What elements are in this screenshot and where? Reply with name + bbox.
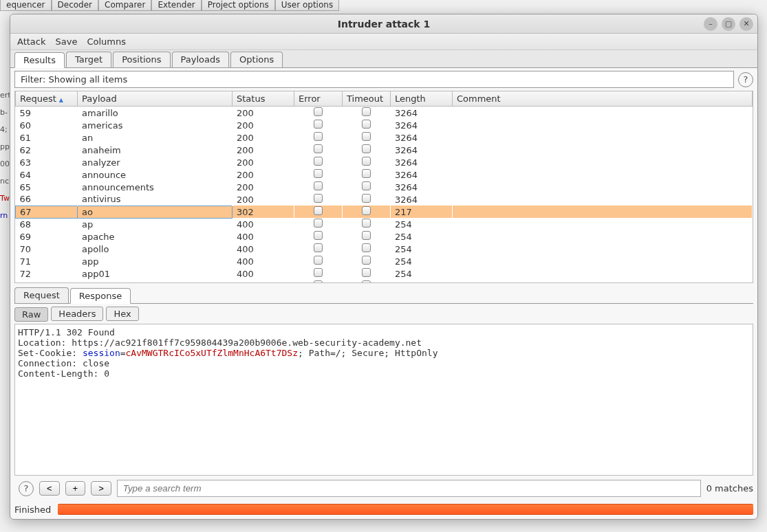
timeout-checkbox[interactable] xyxy=(362,256,371,265)
background-tab[interactable]: Comparer xyxy=(98,0,151,11)
help-icon[interactable]: ? xyxy=(19,481,34,496)
background-tab[interactable]: Project options xyxy=(202,0,275,11)
match-count: 0 matches xyxy=(706,483,753,494)
statusbar: Finished xyxy=(10,501,757,519)
table-row[interactable]: 71app400254 xyxy=(16,255,753,267)
background-tab[interactable]: Extender xyxy=(151,0,201,11)
menu-columns[interactable]: Columns xyxy=(87,36,126,47)
timeout-checkbox[interactable] xyxy=(362,169,371,178)
background-tab[interactable]: equencer xyxy=(0,0,52,11)
col-payload[interactable]: Payload xyxy=(78,91,233,107)
status-text: Finished xyxy=(14,505,51,515)
reqres-tabs: Request Response xyxy=(14,287,753,304)
menubar: Attack Save Columns xyxy=(10,34,757,50)
tab-request[interactable]: Request xyxy=(14,287,69,303)
table-row[interactable]: 59amarillo2003264 xyxy=(16,107,753,120)
tab-results[interactable]: Results xyxy=(14,52,65,68)
timeout-checkbox[interactable] xyxy=(362,132,371,141)
tab-target[interactable]: Target xyxy=(66,52,111,67)
timeout-checkbox[interactable] xyxy=(362,231,371,240)
timeout-checkbox[interactable] xyxy=(362,268,371,277)
table-row[interactable]: 69apache400254 xyxy=(16,230,753,243)
maximize-icon[interactable]: ▢ xyxy=(722,17,735,31)
error-checkbox[interactable] xyxy=(314,268,323,277)
error-checkbox[interactable] xyxy=(314,231,323,240)
timeout-checkbox[interactable] xyxy=(362,181,371,190)
search-row: ? < + > 0 matches xyxy=(10,476,757,501)
error-checkbox[interactable] xyxy=(314,194,323,203)
error-checkbox[interactable] xyxy=(314,256,323,265)
table-row[interactable]: 60americas2003264 xyxy=(16,119,753,131)
col-request[interactable]: Request xyxy=(16,91,78,107)
error-checkbox[interactable] xyxy=(314,132,323,141)
tab-payloads[interactable]: Payloads xyxy=(172,52,229,67)
menu-attack[interactable]: Attack xyxy=(17,36,46,47)
table-row[interactable]: 68ap400254 xyxy=(16,218,753,230)
error-checkbox[interactable] xyxy=(314,144,323,153)
help-icon[interactable]: ? xyxy=(738,72,753,87)
table-row[interactable]: 65announcements2003264 xyxy=(16,181,753,193)
menu-save[interactable]: Save xyxy=(56,36,78,47)
tab-headers[interactable]: Headers xyxy=(51,307,103,321)
tab-hex[interactable]: Hex xyxy=(106,307,138,321)
tab-options[interactable]: Options xyxy=(230,52,283,67)
error-checkbox[interactable] xyxy=(314,243,323,252)
tab-raw[interactable]: Raw xyxy=(14,307,48,322)
minimize-icon[interactable]: – xyxy=(704,17,717,31)
view-tabs: Raw Headers Hex xyxy=(14,307,753,321)
progress-bar xyxy=(58,504,753,515)
col-timeout[interactable]: Timeout xyxy=(343,91,391,107)
table-row[interactable]: 70apollo400254 xyxy=(16,243,753,255)
tab-positions[interactable]: Positions xyxy=(113,52,170,67)
background-tabs: equencerDecoderComparerExtenderProject o… xyxy=(0,0,767,11)
col-error[interactable]: Error xyxy=(294,91,343,107)
col-comment[interactable]: Comment xyxy=(453,91,753,107)
timeout-checkbox[interactable] xyxy=(362,206,371,215)
error-checkbox[interactable] xyxy=(314,169,323,178)
results-table: Request Payload Status Error Timeout Len… xyxy=(14,91,753,283)
error-checkbox[interactable] xyxy=(314,107,323,116)
error-checkbox[interactable] xyxy=(314,181,323,190)
error-checkbox[interactable] xyxy=(314,120,323,129)
table-row[interactable]: 73app1400254 xyxy=(16,280,753,282)
main-tabs: Results Target Positions Payloads Option… xyxy=(10,50,757,68)
error-checkbox[interactable] xyxy=(314,206,323,215)
close-icon[interactable]: ✕ xyxy=(739,17,753,31)
filter-bar[interactable]: Filter: Showing all items xyxy=(14,71,734,88)
table-row[interactable]: 62anaheim2003264 xyxy=(16,144,753,156)
error-checkbox[interactable] xyxy=(314,157,323,166)
intruder-attack-dialog: Intruder attack 1 – ▢ ✕ Attack Save Colu… xyxy=(10,14,758,520)
table-row[interactable]: 72app01400254 xyxy=(16,267,753,280)
prev-match-button[interactable]: < xyxy=(39,481,60,496)
timeout-checkbox[interactable] xyxy=(362,144,371,153)
col-length[interactable]: Length xyxy=(391,91,453,107)
response-body[interactable]: HTTP/1.1 302 Found Location: https://ac9… xyxy=(14,324,753,476)
error-checkbox[interactable] xyxy=(314,219,323,228)
timeout-checkbox[interactable] xyxy=(362,280,371,282)
timeout-checkbox[interactable] xyxy=(362,157,371,166)
add-button[interactable]: + xyxy=(65,481,86,496)
table-row[interactable]: 61an2003264 xyxy=(16,131,753,144)
next-match-button[interactable]: > xyxy=(91,481,111,496)
error-checkbox[interactable] xyxy=(314,280,323,282)
background-tab[interactable]: User options xyxy=(275,0,339,11)
table-row[interactable]: 67ao302217 xyxy=(16,206,753,218)
window-title: Intruder attack 1 xyxy=(338,19,431,30)
background-tab[interactable]: Decoder xyxy=(52,0,99,11)
timeout-checkbox[interactable] xyxy=(362,243,371,252)
timeout-checkbox[interactable] xyxy=(362,107,371,116)
timeout-checkbox[interactable] xyxy=(362,194,371,203)
table-row[interactable]: 63analyzer2003264 xyxy=(16,156,753,168)
col-status[interactable]: Status xyxy=(233,91,294,107)
table-row[interactable]: 66antivirus2003264 xyxy=(16,193,753,206)
table-row[interactable]: 64announce2003264 xyxy=(16,168,753,181)
timeout-checkbox[interactable] xyxy=(362,120,371,129)
titlebar[interactable]: Intruder attack 1 – ▢ ✕ xyxy=(10,14,757,34)
timeout-checkbox[interactable] xyxy=(362,219,371,228)
search-input[interactable] xyxy=(117,480,701,497)
tab-response[interactable]: Response xyxy=(70,288,131,304)
